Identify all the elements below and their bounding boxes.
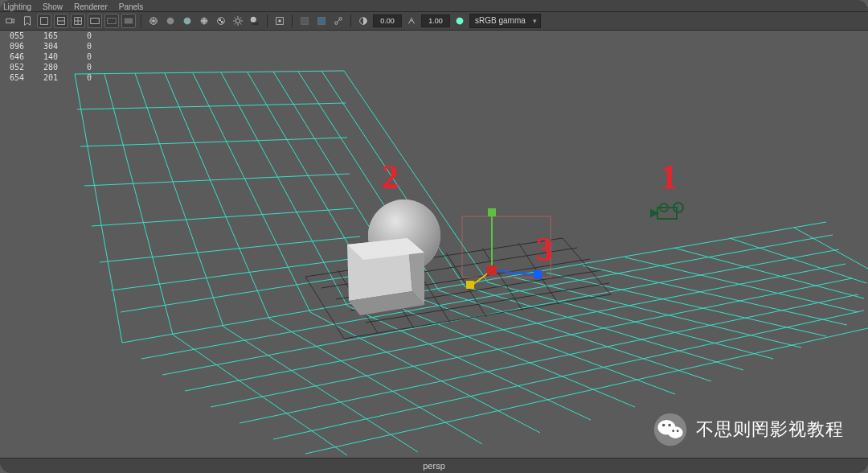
shadows-icon[interactable]: [248, 14, 262, 28]
svg-point-16: [252, 23, 260, 26]
color-management-dropdown[interactable]: sRGB gamma: [469, 14, 541, 28]
svg-rect-4: [91, 19, 100, 24]
svg-rect-77: [487, 265, 497, 275]
svg-line-27: [104, 74, 173, 335]
svg-line-45: [465, 286, 743, 370]
exposure-icon[interactable]: [356, 14, 371, 28]
svg-line-37: [173, 335, 347, 455]
svg-line-53: [794, 228, 868, 269]
panel-toolbar: 0.00 1.00 sRGB gamma: [0, 11, 868, 31]
svg-line-31: [221, 72, 347, 306]
active-camera-label: persp: [423, 461, 445, 471]
textured-icon[interactable]: [214, 14, 228, 28]
svg-rect-0: [6, 19, 12, 23]
svg-point-15: [251, 17, 256, 23]
grid-icon[interactable]: [71, 14, 85, 28]
svg-point-25: [457, 18, 464, 25]
svg-rect-1: [41, 18, 48, 25]
gamma-field[interactable]: 1.00: [421, 14, 450, 27]
svg-rect-5: [108, 19, 117, 24]
viewport-label-bar: persp: [0, 458, 868, 473]
cube-object: [347, 238, 424, 315]
menu-lighting[interactable]: Lighting: [3, 3, 31, 11]
viewport-root: Lighting Show Renderer Panels 0.00 1.00: [0, 0, 868, 473]
svg-rect-76: [466, 281, 474, 289]
gamma-icon[interactable]: [404, 14, 419, 28]
exposure-field[interactable]: 0.00: [373, 14, 402, 27]
film-gate-icon[interactable]: [88, 14, 102, 28]
camera-object: [651, 203, 683, 219]
svg-line-52: [730, 238, 866, 283]
use-default-material-icon[interactable]: [180, 14, 194, 28]
select-camera-icon[interactable]: [3, 14, 18, 28]
xray-joints-icon[interactable]: [331, 14, 346, 28]
svg-line-23: [337, 19, 340, 23]
menu-panels[interactable]: Panels: [119, 3, 144, 11]
view-transform-icon[interactable]: [452, 14, 467, 28]
svg-rect-20: [318, 18, 326, 25]
svg-line-47: [514, 278, 801, 348]
svg-point-9: [184, 18, 191, 25]
panel-menu-bar: Lighting Show Renderer Panels: [0, 0, 868, 11]
svg-line-48: [547, 273, 826, 336]
svg-rect-72: [488, 208, 496, 216]
svg-rect-19: [301, 18, 309, 25]
image-plane-icon[interactable]: [37, 14, 51, 28]
svg-rect-12: [219, 19, 221, 21]
svg-line-41: [347, 306, 591, 420]
svg-point-8: [167, 18, 174, 25]
2d-pan-icon[interactable]: [54, 14, 68, 28]
gate-mask-icon[interactable]: [121, 14, 136, 28]
svg-line-42: [381, 300, 635, 407]
svg-line-49: [583, 265, 847, 325]
svg-rect-6: [125, 19, 133, 24]
svg-line-28: [135, 73, 223, 327]
svg-point-14: [235, 19, 240, 23]
resolution-gate-icon[interactable]: [104, 14, 119, 28]
svg-point-18: [278, 19, 281, 23]
wireframe-icon[interactable]: [146, 14, 161, 28]
svg-rect-74: [534, 270, 542, 278]
perspective-viewport[interactable]: 1 2 3: [0, 29, 868, 459]
xray-icon[interactable]: [297, 14, 312, 28]
isolate-select-icon[interactable]: [272, 14, 287, 28]
bookmark-icon[interactable]: [20, 14, 35, 28]
xray-active-icon[interactable]: [314, 14, 329, 28]
smooth-shade-icon[interactable]: [163, 14, 178, 28]
menu-renderer[interactable]: Renderer: [74, 3, 108, 11]
use-all-lights-icon[interactable]: [231, 14, 245, 28]
wireframe-on-shaded-icon[interactable]: [197, 14, 211, 28]
svg-rect-13: [221, 21, 223, 23]
menu-show[interactable]: Show: [43, 3, 63, 11]
svg-line-46: [488, 282, 773, 359]
